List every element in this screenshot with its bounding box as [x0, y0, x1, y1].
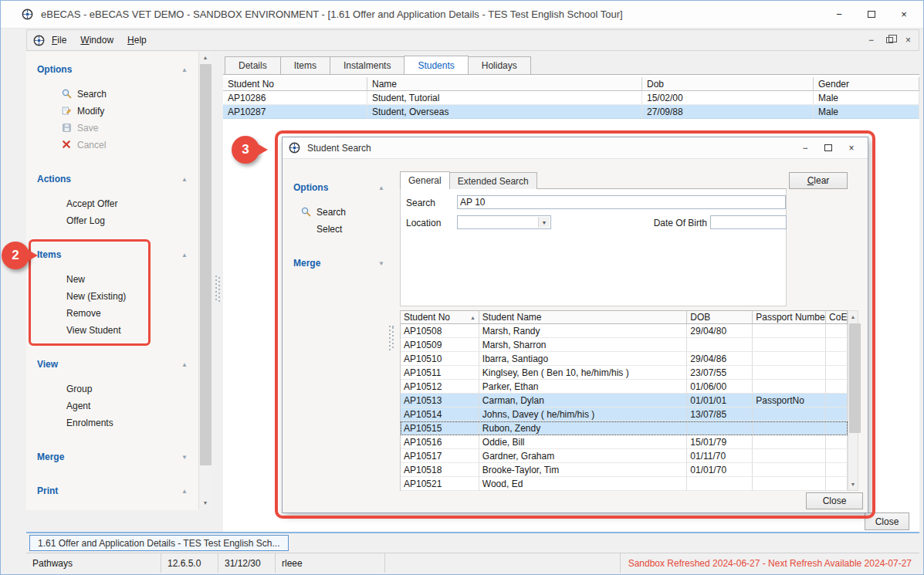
student-row[interactable]: AP10517Gardner, Graham01/11/70: [401, 449, 848, 463]
sidebar-item-label: Offer Log: [66, 215, 105, 226]
student-row[interactable]: AP10514Johns, Davey ( he/him/his )13/07/…: [401, 408, 848, 421]
tab-students[interactable]: Students: [404, 56, 468, 74]
sidebar-item-save[interactable]: Save: [26, 120, 198, 137]
tab-holidays[interactable]: Holidays: [468, 56, 531, 74]
student-row[interactable]: AP10508Marsh, Randy29/04/80: [401, 324, 848, 338]
sidebar-item-agent[interactable]: Agent: [26, 397, 198, 414]
sidebar-heading-print[interactable]: Print▲: [26, 482, 198, 499]
sidebar-item-new[interactable]: New: [26, 271, 198, 288]
grid-cell: 23/07/55: [687, 366, 753, 380]
column-header-name[interactable]: Name: [367, 77, 642, 91]
student-row[interactable]: AP10518Brooke-Taylor, Tim01/01/70: [401, 463, 848, 477]
sidebar-heading-options[interactable]: Options▲: [26, 61, 198, 78]
dialog-tab-general[interactable]: General: [400, 171, 450, 189]
sidebar-item-label: Accept Offer: [66, 198, 117, 209]
chevron-down-icon[interactable]: ▼: [538, 217, 550, 228]
dialog-option-label: Search: [316, 207, 346, 218]
main-close-button[interactable]: Close: [865, 512, 909, 530]
sidebar-item-modify[interactable]: Modify: [26, 103, 198, 120]
grid-cell: 13/07/85: [687, 408, 753, 421]
student-row[interactable]: AP10512Parker, Ethan01/06/00: [401, 380, 848, 394]
date-of-birth-input[interactable]: [710, 215, 787, 229]
tab-details[interactable]: Details: [225, 56, 281, 74]
dialog-close-icon[interactable]: ×: [840, 139, 863, 157]
student-row[interactable]: AP10511Kinglsey, Ben ( Ben 10, he/him/hi…: [401, 366, 848, 380]
column-header-gender[interactable]: Gender: [814, 77, 919, 91]
sidebar-item-view-student[interactable]: View Student: [26, 322, 198, 339]
dialog-tab-extended-search[interactable]: Extended Search: [449, 172, 537, 189]
menu-help[interactable]: Help: [120, 30, 154, 50]
sidebar-item-enrolments[interactable]: Enrolments: [26, 414, 198, 431]
search-input[interactable]: [457, 195, 786, 209]
table-row[interactable]: AP10286Student, Tutorial15/02/00Male: [223, 91, 919, 105]
dialog-close-button[interactable]: Close: [806, 492, 863, 509]
document-icon[interactable]: [33, 35, 45, 46]
student-row[interactable]: AP10515Rubon, Zendy: [401, 421, 848, 435]
sidebar-item-new-existing[interactable]: New (Existing): [26, 288, 198, 305]
sidebar-item-word-merge[interactable]: WWord Merge: [26, 507, 198, 510]
scroll-up-icon[interactable]: ▲: [199, 52, 212, 63]
grid-column-header-passport-number[interactable]: Passport Number: [753, 310, 826, 324]
sidebar-heading-view[interactable]: View▲: [26, 356, 198, 373]
grid-column-header-coe[interactable]: CoE: [826, 310, 848, 324]
column-header-dob[interactable]: Dob: [642, 77, 814, 91]
grid-cell: [826, 380, 848, 394]
dialog-minimize-icon[interactable]: −: [794, 139, 817, 157]
menu-window[interactable]: Window: [73, 30, 120, 50]
dialog-options-heading[interactable]: Options ▲: [293, 179, 384, 196]
sidebar-group-print: Print▲WWord Merge: [26, 482, 198, 510]
student-row[interactable]: AP10513Carman, Dylan01/01/01PassportNo: [401, 394, 848, 408]
student-row[interactable]: AP10521Wood, Ed: [401, 477, 848, 491]
grid-cell: 15/01/79: [687, 435, 753, 449]
sidebar-splitter[interactable]: [212, 52, 223, 510]
grid-column-header-student-name[interactable]: Student Name: [479, 310, 688, 324]
dialog-maximize-icon[interactable]: [817, 139, 840, 157]
tab-items[interactable]: Items: [280, 56, 330, 74]
titlebar: eBECAS - eBECAS VET DEMO - SANDBOX ENVIR…: [1, 1, 923, 29]
scrollbar-thumb[interactable]: [200, 64, 212, 465]
dialog-option-select[interactable]: Select: [293, 221, 384, 238]
grid-column-header-dob[interactable]: DOB: [687, 310, 753, 324]
scrollbar-thumb[interactable]: [849, 323, 861, 433]
column-header-student-no[interactable]: Student No: [223, 77, 367, 91]
sidebar-item-search[interactable]: Search: [26, 86, 198, 103]
dialog-merge-heading[interactable]: Merge ▼: [293, 255, 384, 272]
table-cell: AP10286: [223, 91, 367, 105]
dialog-window-controls: − ×: [794, 139, 863, 157]
scroll-down-icon[interactable]: ▼: [199, 497, 212, 509]
scroll-up-icon[interactable]: ▲: [848, 311, 858, 323]
search-icon: [62, 89, 73, 100]
chevron-up-icon: ▲: [181, 252, 188, 259]
student-row[interactable]: AP10516Oddie, Bill15/01/79: [401, 435, 848, 449]
mdi-restore-icon[interactable]: [886, 37, 893, 43]
sidebar-item-cancel[interactable]: Cancel: [26, 137, 198, 154]
maximize-icon[interactable]: [855, 1, 888, 28]
clear-button[interactable]: Clear: [789, 172, 848, 189]
scroll-down-icon[interactable]: ▼: [848, 479, 858, 490]
mdi-minimize-icon[interactable]: −: [868, 35, 874, 46]
sidebar-heading-label: Options: [37, 64, 72, 75]
close-icon[interactable]: ×: [888, 1, 920, 28]
table-row[interactable]: AP10287Student, Overseas27/09/88Male: [223, 105, 919, 119]
sidebar-item-remove[interactable]: Remove: [26, 305, 198, 322]
student-row[interactable]: AP10509Marsh, Sharron: [401, 338, 848, 352]
sidebar-item-group[interactable]: Group: [26, 381, 198, 397]
grid-splitter-grip-icon[interactable]: [389, 326, 394, 350]
sidebar-item-accept-offer[interactable]: Accept Offer: [26, 195, 198, 212]
dialog-option-search[interactable]: Search: [293, 204, 384, 221]
grid-cell: [826, 435, 848, 449]
sidebar-heading-merge[interactable]: Merge▼: [26, 448, 198, 465]
mdi-close-icon[interactable]: ×: [905, 35, 911, 46]
menu-file[interactable]: File: [45, 30, 73, 50]
location-select[interactable]: ▼: [457, 215, 551, 229]
sidebar-item-offer-log[interactable]: Offer Log: [26, 212, 198, 229]
student-row[interactable]: AP10510Ibarra, Santiago29/04/86: [401, 352, 848, 366]
grid-column-header-student-no[interactable]: Student No▲: [401, 310, 479, 324]
sidebar-heading-items[interactable]: Items▲: [26, 246, 198, 263]
minimize-icon[interactable]: −: [823, 1, 855, 28]
sidebar-heading-actions[interactable]: Actions▲: [26, 171, 198, 188]
window-tab[interactable]: 1.61 Offer and Application Details - TES…: [29, 535, 289, 551]
tab-instalments[interactable]: Instalments: [330, 56, 404, 74]
app-icon[interactable]: [22, 8, 34, 21]
grid-cell: [753, 366, 826, 380]
